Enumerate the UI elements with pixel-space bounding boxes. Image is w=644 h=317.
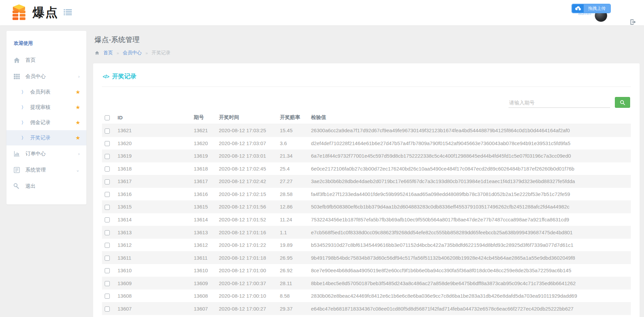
- cell-id: 13620: [115, 137, 191, 150]
- sidebar-item-logout[interactable]: 退出: [6, 178, 86, 194]
- star-icon: ★: [76, 104, 80, 111]
- sidebar-item-label: 开奖记录: [30, 135, 50, 141]
- cell-time: 2020-08-12 17:03:01: [216, 150, 277, 162]
- row-checkbox[interactable]: [105, 192, 110, 197]
- breadcrumb-section-link[interactable]: 会员中心: [123, 50, 142, 56]
- sidebar-item-withdraw-review[interactable]: 〉 提现审核 ★: [6, 100, 86, 115]
- column-header-odds: 开奖赔率: [277, 111, 308, 124]
- top-navbar: 爆点 admin 拖拽上传: [0, 0, 644, 25]
- cell-time: 2020-08-12 17:01:18: [216, 251, 277, 264]
- search-button[interactable]: [615, 97, 630, 108]
- breadcrumb-home-link[interactable]: 首页: [103, 50, 113, 56]
- code-icon: </>: [103, 74, 109, 79]
- row-checkbox[interactable]: [105, 281, 110, 286]
- cell-time: 2020-08-12 17:01:00: [216, 264, 277, 277]
- cell-time: 2020-08-12 17:01:16: [216, 226, 277, 239]
- sidebar-item-member-list[interactable]: 〉 会员列表 ★: [6, 84, 86, 100]
- breadcrumb-separator: »: [117, 51, 119, 56]
- select-all-checkbox[interactable]: [105, 115, 110, 120]
- cell-odds: 15.45: [277, 124, 308, 137]
- cell-issue: 13608: [191, 290, 216, 302]
- cell-hash: 6e0ce2172106fa0b27c3b00d72ec176240bd26c1…: [308, 162, 631, 175]
- breadcrumb-current: 开奖记录: [151, 50, 170, 56]
- row-checkbox[interactable]: [105, 243, 110, 248]
- home-icon: [13, 57, 20, 64]
- table-row: 13614136142020-08-12 17:01:5211.24753224…: [102, 213, 631, 226]
- cell-issue: 13620: [191, 137, 216, 150]
- drag-upload-button[interactable]: 拖拽上传: [572, 4, 611, 13]
- cell-issue: 13607: [191, 302, 216, 315]
- cell-issue: 13616: [191, 188, 216, 201]
- chevron-right-icon: 〉: [21, 135, 26, 141]
- cell-id: 13611: [115, 251, 191, 264]
- cell-id: 13619: [115, 150, 191, 162]
- row-checkbox[interactable]: [105, 154, 110, 159]
- cell-hash: e64bc47eb6818718334367c08ee01cd80f5d8d56…: [308, 302, 631, 315]
- row-checkbox[interactable]: [105, 217, 110, 222]
- sidebar-item-label: 佣金记录: [30, 119, 50, 126]
- drag-upload-label: 拖拽上传: [584, 4, 610, 13]
- cell-odds: 11.24: [277, 213, 308, 226]
- cell-odds: 28.58: [277, 188, 308, 201]
- table-row: 13608136082020-08-12 17:00:108.582830b06…: [102, 290, 631, 302]
- list-icon[interactable]: [64, 9, 72, 17]
- cell-hash: 503efb9fb508380ef6cb1bb379d4aa1b2d604883…: [308, 200, 631, 213]
- cell-hash: 8bbe14bec5e8d57050187beb3f5485d243a8c486…: [308, 277, 631, 290]
- cell-time: 2020-08-12 17:01:52: [216, 213, 277, 226]
- cell-time: 2020-08-12 17:02:45: [216, 162, 277, 175]
- table-header-row: ID 期号 开奖时间 开奖赔率 检验值: [102, 111, 631, 124]
- row-checkbox[interactable]: [105, 141, 110, 146]
- chevron-right-icon: ›: [78, 151, 80, 156]
- table-row: 13611136112020-08-12 17:01:1826.959b4917…: [102, 251, 631, 264]
- row-checkbox[interactable]: [105, 166, 110, 172]
- cell-time: 2020-08-12 17:00:10: [216, 290, 277, 302]
- cell-time: 2020-08-12 17:01:56: [216, 200, 277, 213]
- search-bar: [103, 97, 630, 108]
- cell-hash: 7532243456e1b187f857efa5b7fb3b69afb10ec9…: [308, 213, 631, 226]
- cell-hash: d2ef4def710228f21464e61b6e27d47b57a4f7b7…: [308, 137, 631, 150]
- cell-time: 2020-08-12 17:00:27: [216, 302, 277, 315]
- table-row: 13615136152020-08-12 17:01:5612.86503efb…: [102, 200, 631, 213]
- row-checkbox[interactable]: [105, 179, 110, 184]
- cell-odds: 21.34: [277, 150, 308, 162]
- row-checkbox[interactable]: [105, 294, 110, 299]
- cell-time: 2020-08-12 17:03:25: [216, 124, 277, 137]
- brand-logo-icon: [9, 4, 28, 22]
- chevron-right-icon: ›: [78, 74, 80, 79]
- home-icon: [95, 51, 100, 55]
- document-icon: [13, 166, 20, 174]
- topbar-user-area: admin 拖拽上传: [563, 0, 627, 25]
- star-icon: ★: [76, 119, 80, 126]
- column-header-id: ID: [115, 111, 191, 124]
- row-checkbox[interactable]: [105, 306, 110, 312]
- cell-id: 13607: [115, 302, 191, 315]
- key-icon: [13, 183, 20, 190]
- row-checkbox[interactable]: [105, 230, 110, 235]
- row-checkbox[interactable]: [105, 205, 110, 210]
- sidebar-item-commission-records[interactable]: 〉 佣金记录 ★: [6, 115, 86, 130]
- sidebar-item-member-center[interactable]: 会员中心 ›: [6, 68, 86, 84]
- breadcrumb-separator: »: [145, 51, 148, 56]
- sidebar-item-draw-records[interactable]: 〉 开奖记录 ★: [6, 130, 86, 145]
- cell-issue: 13609: [191, 277, 216, 290]
- cell-odds: 12.86: [277, 200, 308, 213]
- issue-search-input[interactable]: [508, 98, 610, 108]
- star-icon: ★: [76, 135, 80, 141]
- cell-time: 2020-08-12 17:03:07: [216, 137, 277, 150]
- brand-logo[interactable]: 爆点: [9, 4, 51, 22]
- row-checkbox[interactable]: [105, 128, 110, 134]
- cell-id: 13608: [115, 290, 191, 302]
- logout-icon[interactable]: [630, 19, 637, 26]
- sidebar-item-order-center[interactable]: 订单中心 ›: [6, 145, 86, 162]
- cell-odds: 26.95: [277, 251, 308, 264]
- sidebar: 欢迎使用 首页 会员中心 › 〉 会员列表 ★ 〉 提现审核 ★ 〉 佣金记录 …: [6, 31, 86, 204]
- row-checkbox[interactable]: [105, 268, 110, 273]
- sidebar-item-home[interactable]: 首页: [6, 52, 86, 68]
- row-checkbox[interactable]: [105, 256, 110, 261]
- sidebar-item-system-management[interactable]: 系统管理 ⌄: [6, 162, 86, 178]
- cell-id: 13618: [115, 162, 191, 175]
- breadcrumb: 首页 » 会员中心 » 开奖记录: [95, 50, 640, 56]
- cell-odds: 8.58: [277, 290, 308, 302]
- cell-odds: 28.11: [277, 277, 308, 290]
- records-panel: </> 开奖记录 ID 期号 开奖时间: [93, 63, 640, 317]
